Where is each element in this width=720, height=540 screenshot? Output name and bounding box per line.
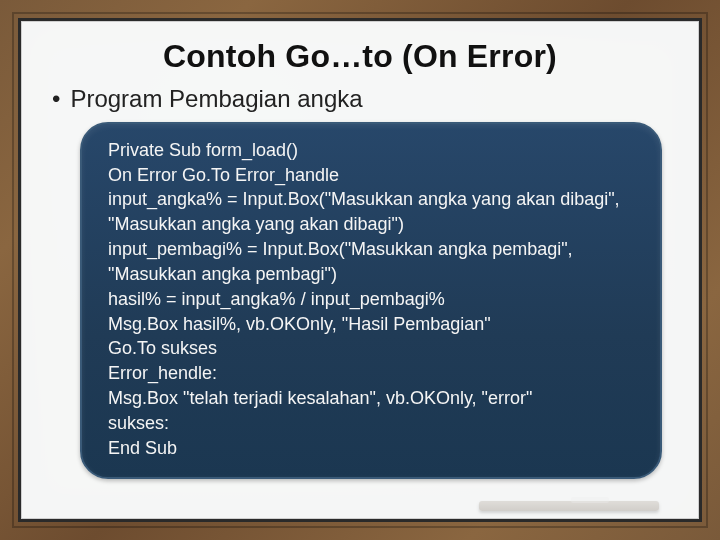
code-line: input_pembagi% = Input.Box("Masukkan ang… (108, 237, 634, 287)
subtitle-row: • Program Pembagian angka (50, 85, 670, 114)
code-line: sukses: (108, 411, 634, 436)
chalkboard-bg: Contoh Go…to (On Error) • Program Pembag… (18, 18, 702, 522)
code-line: hasil% = input_angka% / input_pembagi% (108, 287, 634, 312)
code-line: input_angka% = Input.Box("Masukkan angka… (108, 187, 634, 237)
slide-frame: Contoh Go…to (On Error) • Program Pembag… (0, 0, 720, 540)
slide-content: Contoh Go…to (On Error) • Program Pembag… (21, 21, 699, 519)
code-line: Go.To sukses (108, 336, 634, 361)
chalk-piece (571, 497, 609, 503)
chalk-tray (479, 501, 659, 511)
code-line: Private Sub form_load() (108, 138, 634, 163)
code-line: Msg.Box "telah terjadi kesalahan", vb.OK… (108, 386, 634, 411)
slide-title: Contoh Go…to (On Error) (50, 38, 670, 75)
code-box: Private Sub form_load() On Error Go.To E… (80, 122, 662, 479)
bullet-icon: • (52, 85, 60, 114)
code-line: Msg.Box hasil%, vb.OKOnly, "Hasil Pembag… (108, 312, 634, 337)
code-line: End Sub (108, 436, 634, 461)
code-line: Error_hendle: (108, 361, 634, 386)
slide-subtitle: Program Pembagian angka (70, 85, 362, 113)
code-line: On Error Go.To Error_handle (108, 163, 634, 188)
